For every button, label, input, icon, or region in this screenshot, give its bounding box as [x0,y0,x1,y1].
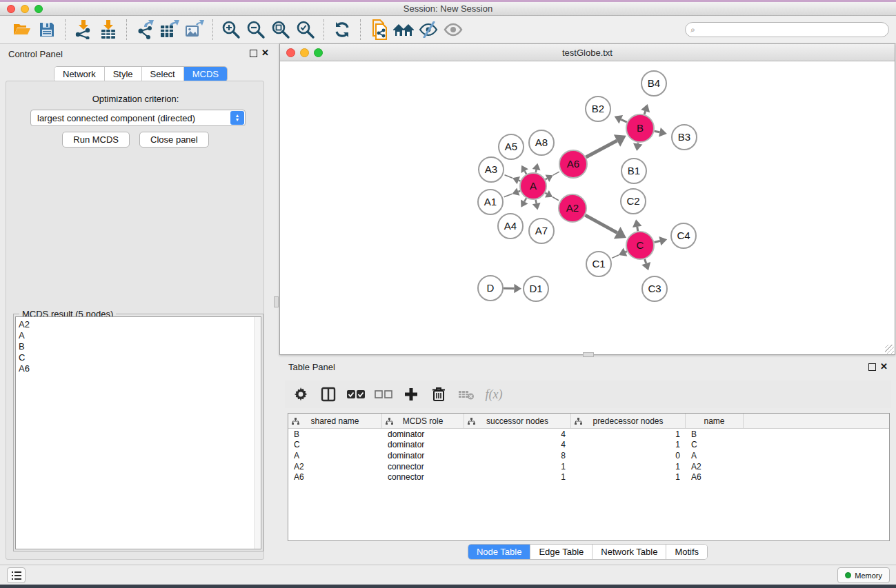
table-cell[interactable]: B [288,429,382,439]
criterion-select[interactable]: largest connected component (directed) ▲… [30,110,246,126]
result-item[interactable]: A [19,330,261,341]
table-cell[interactable]: A6 [686,472,744,482]
graph-edge-A-A1[interactable] [518,191,520,192]
graph-edge-C-C2[interactable] [637,227,638,231]
export-table-icon[interactable] [157,19,182,41]
network-canvas[interactable]: AA1A3A4A5A7A8A6A2BB1B2B3B4CC1C2C3C4DD1 [280,61,895,354]
deselect-all-icon[interactable] [373,384,394,405]
graph-edge-A-A3[interactable] [519,181,521,181]
table-cell[interactable]: C [288,440,382,449]
graph-edge-A-A6[interactable] [546,179,548,180]
function-builder-icon[interactable]: f(x) [484,384,504,405]
table-row[interactable]: Bdominator41B [288,429,889,440]
import-table-icon[interactable] [96,19,121,41]
open-file-icon[interactable] [10,19,34,41]
graph-edge-C-C4[interactable] [654,241,659,243]
split-view-icon[interactable] [318,384,339,405]
zoom-out-icon[interactable] [243,19,268,41]
mcds-result-list[interactable]: A2ABCA6 [15,316,261,549]
graph-edge-A2-C[interactable] [585,215,617,233]
graph-edge-A-A5[interactable] [525,171,527,174]
save-session-icon[interactable] [34,19,59,41]
run-mcds-button[interactable]: Run MCDS [62,132,130,148]
tab-select[interactable]: Select [142,67,184,81]
graph-edge-A6-B[interactable] [586,141,617,157]
table-cell[interactable]: 8 [464,451,571,460]
table-cell[interactable]: A [288,451,382,460]
graph-edge-C-C3[interactable] [645,259,646,263]
birds-eye-view-icon[interactable] [441,19,466,41]
minimize-window-button[interactable] [21,5,29,13]
table-cell[interactable]: connector [382,462,464,472]
tab-network[interactable]: Network [54,67,105,81]
graph-edge-B-B4[interactable] [644,111,645,114]
tab-node-table[interactable]: Node Table [468,545,531,559]
tab-motifs[interactable]: Motifs [666,545,707,559]
delete-column-icon[interactable] [428,384,449,405]
table-cell[interactable]: 4 [464,429,571,439]
column-header-name[interactable]: name [686,414,744,428]
network-close-button[interactable] [286,48,295,57]
graph-edge-C-C1[interactable] [626,252,627,252]
network-minimize-button[interactable] [300,48,309,57]
table-cell[interactable]: A2 [288,462,382,472]
result-item[interactable]: B [19,341,261,352]
select-all-icon[interactable] [346,384,366,405]
table-cell[interactable]: dominator [382,440,464,449]
graph-edge-A-A7[interactable] [536,200,537,203]
column-header-shared-name[interactable]: shared name [288,414,382,428]
export-image-icon[interactable] [182,19,207,41]
zoom-selected-icon[interactable] [293,19,318,41]
zoom-fit-icon[interactable] [268,19,293,41]
table-cell[interactable]: connector [382,472,464,482]
refresh-icon[interactable] [330,19,355,41]
table-panel-float-icon[interactable] [868,363,876,371]
export-network-icon[interactable] [132,19,157,41]
table-cell[interactable]: A6 [288,472,382,482]
graph-edge-B-B2[interactable] [621,119,627,122]
control-panel-float-icon[interactable] [250,50,257,57]
resize-grip-icon[interactable] [885,345,894,354]
table-cell[interactable]: 1 [571,472,686,482]
tab-mcds[interactable]: MCDS [184,67,227,81]
table-cell[interactable]: C [686,440,744,449]
result-item[interactable]: C [19,352,261,363]
table-cell[interactable]: B [686,429,744,439]
tab-network-table[interactable]: Network Table [593,545,666,559]
table-cell[interactable]: dominator [382,451,464,460]
result-list-scrollbar[interactable] [254,317,261,549]
zoom-window-button[interactable] [34,5,43,13]
import-network-icon[interactable] [71,19,96,41]
close-panel-button[interactable]: Close panel [139,132,209,148]
table-row[interactable]: Cdominator41C [288,440,889,451]
result-item[interactable]: A6 [19,363,261,374]
table-cell[interactable]: 4 [464,440,571,449]
table-row[interactable]: A2connector11A2 [288,461,889,472]
hide-graphics-details-icon[interactable] [416,19,441,41]
task-history-button[interactable] [7,567,26,583]
table-cell[interactable]: A [686,451,744,460]
graph-edge-A-A2[interactable] [545,193,546,194]
table-cell[interactable]: 1 [571,440,686,449]
result-item[interactable]: A2 [19,319,261,330]
network-zoom-button[interactable] [314,48,323,57]
tab-style[interactable]: Style [105,67,142,81]
close-window-button[interactable] [7,5,15,13]
horizontal-splitter-handle[interactable] [583,352,594,357]
table-cell[interactable]: 1 [464,462,571,472]
network-window-titlebar[interactable]: testGlobe.txt [280,44,895,61]
search-input[interactable] [685,22,889,37]
table-cell[interactable]: 1 [464,472,571,482]
table-row[interactable]: Adominator80A [288,450,889,461]
table-cell[interactable]: 1 [571,462,686,472]
zoom-in-icon[interactable] [219,19,243,41]
memory-button[interactable]: Memory [837,567,890,583]
delete-table-icon[interactable] [456,384,477,405]
table-cell[interactable]: A2 [686,462,744,472]
open-network-file-icon[interactable] [366,19,391,41]
column-header-MCDS-role[interactable]: MCDS role [382,414,464,428]
home-icon[interactable] [391,19,416,41]
table-panel-close-icon[interactable]: ✕ [880,361,888,372]
settings-gear-icon[interactable] [290,384,311,405]
table-row[interactable]: A6connector11A6 [288,472,889,483]
